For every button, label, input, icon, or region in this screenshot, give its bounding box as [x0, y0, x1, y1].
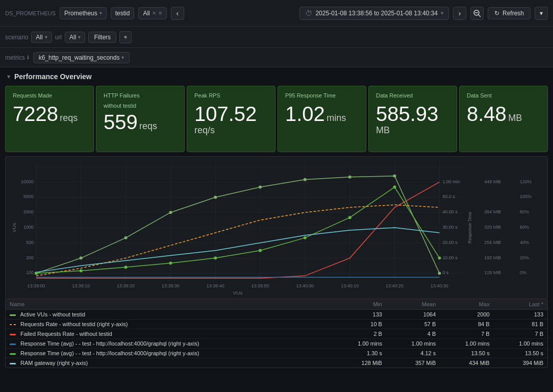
stat-unit: MB	[376, 125, 390, 135]
svg-text:500: 500	[26, 240, 34, 245]
svg-text:VUs: VUs	[233, 290, 243, 296]
svg-point-64	[169, 211, 172, 214]
series-color-indicator	[10, 314, 16, 316]
stat-card: Data Received585.93 MB	[368, 86, 457, 152]
metrics-info-icon: ℹ	[27, 55, 29, 60]
svg-point-63	[124, 236, 128, 239]
stat-label: HTTP Failures	[104, 92, 177, 99]
svg-text:200: 200	[26, 255, 34, 260]
series-color-indicator	[10, 344, 16, 345]
svg-text:100%: 100%	[520, 194, 532, 199]
stat-card: Data Sent8.48 MB	[459, 86, 548, 152]
time-range-picker[interactable]: ⏱ 2025-01-08 13:38:56 to 2025-01-08 13:4…	[299, 7, 449, 20]
stat-unit: reqs	[60, 113, 78, 123]
legend-mean: 357 MiB	[386, 358, 440, 368]
zoom-out-button[interactable]	[470, 7, 484, 20]
svg-text:13:39:30: 13:39:30	[162, 283, 180, 288]
url-value: All	[69, 34, 76, 41]
metrics-select[interactable]: k6_http_req_waiting_seconds ▾	[33, 52, 130, 63]
legend-mean: 4 B	[386, 329, 440, 339]
svg-text:1000: 1000	[23, 225, 34, 230]
legend-min: 128 MiB	[333, 358, 386, 368]
svg-text:5000: 5000	[23, 194, 34, 199]
legend-mean: 1064	[386, 310, 440, 320]
stat-value-row: 559 reqs	[104, 111, 177, 133]
datasource-chevron-icon: ▾	[99, 10, 102, 16]
svg-text:0 s: 0 s	[442, 270, 448, 275]
stat-value: 7228	[13, 103, 58, 125]
refresh-dropdown-button[interactable]: ▾	[535, 7, 548, 20]
svg-text:2000: 2000	[23, 209, 34, 214]
stat-value-row: 107.52 req/s	[194, 103, 268, 136]
filters-button[interactable]: Filters	[88, 32, 116, 43]
legend-row: Requests Rate - without testid (right y-…	[6, 320, 547, 329]
url-select[interactable]: All ▾	[65, 32, 85, 43]
legend-min: 10 B	[333, 320, 386, 329]
svg-text:192 MiB: 192 MiB	[484, 255, 501, 260]
stat-label: Requests Made	[13, 92, 86, 99]
stat-value-row: 1.02 mins	[285, 103, 359, 125]
legend-row: Active VUs - without testid 133 1064 200…	[6, 310, 547, 320]
legend-min: 1.00 mins	[333, 339, 386, 349]
ds-label: DS_PROMETHEUS	[5, 10, 56, 16]
svg-text:100: 100	[26, 270, 34, 275]
scenario-select[interactable]: All ▾	[31, 32, 52, 43]
legend-max: 7 B	[440, 329, 493, 339]
svg-text:80%: 80%	[520, 209, 529, 214]
stat-unit: req/s	[194, 125, 215, 135]
legend-max: 1.00 mins	[440, 339, 493, 349]
svg-text:13:40:10: 13:40:10	[341, 283, 359, 288]
datasource-select[interactable]: Prometheus ▾	[60, 7, 107, 19]
section-title: Performance Overview	[14, 72, 92, 81]
stat-unit: reqs	[139, 121, 157, 131]
legend-mean: 1.00 mins	[386, 339, 440, 349]
legend-row: RAM gateway (right y-axis) 128 MiB 357 M…	[6, 358, 547, 368]
svg-text:60%: 60%	[520, 225, 529, 230]
stat-label: Data Received	[376, 92, 449, 99]
section-header[interactable]: ▾ Performance Overview	[0, 67, 553, 86]
legend-table: NameMinMeanMaxLast * Active VUs - withou…	[5, 299, 548, 368]
svg-point-75	[214, 257, 217, 260]
stat-value: 559	[104, 111, 138, 133]
stat-card: P95 Response Time1.02 mins	[278, 86, 366, 152]
chart-inner: 13:39:00 13:39:10 13:39:20 13:39:30 13:3…	[6, 157, 547, 299]
refresh-icon: ↻	[494, 10, 499, 17]
stat-card: Requests Made7228 reqs	[5, 86, 94, 152]
chart-container: 13:39:00 13:39:10 13:39:20 13:39:30 13:3…	[5, 156, 548, 299]
svg-text:320 MiB: 320 MiB	[484, 225, 501, 230]
stat-value: 585.93	[376, 103, 438, 125]
svg-text:448 MiB: 448 MiB	[484, 179, 501, 184]
svg-point-68	[348, 176, 351, 179]
svg-point-70	[438, 272, 441, 275]
series-color-indicator	[10, 353, 16, 355]
stat-card: HTTP Failureswithout testid559 reqs	[96, 86, 185, 152]
url-label: url	[55, 34, 62, 41]
legend-header: Name	[6, 299, 333, 310]
all-x-icon[interactable]: ✕	[158, 10, 162, 16]
section-chevron-icon: ▾	[7, 73, 10, 80]
legend-row: Failed Requests Rate - without testid 2 …	[6, 329, 547, 339]
svg-text:VUs: VUs	[11, 223, 17, 233]
chart-svg: 13:39:00 13:39:10 13:39:20 13:39:30 13:3…	[6, 157, 547, 299]
svg-point-80	[438, 257, 441, 260]
time-forward-button[interactable]: ›	[453, 7, 466, 20]
zoom-icon	[473, 9, 481, 17]
url-chevron-icon: ▾	[78, 34, 81, 40]
legend-max: 13.50 s	[440, 349, 493, 358]
svg-line-1	[479, 15, 481, 17]
svg-text:Response Time: Response Time	[467, 212, 472, 243]
stat-value-row: 585.93 MB	[376, 103, 449, 136]
legend-name: RAM gateway (right y-axis)	[6, 358, 333, 368]
svg-text:13:40:00: 13:40:00	[296, 283, 314, 288]
stat-sub: without testid	[104, 103, 177, 109]
legend-row: Response Time (avg) - - test - http://lo…	[6, 349, 547, 358]
refresh-button[interactable]: ↻ Refresh	[488, 7, 531, 19]
time-range-text: 2025-01-08 13:38:56 to 2025-01-08 13:40:…	[315, 10, 438, 17]
svg-text:1.00 min: 1.00 min	[442, 179, 460, 184]
time-back-button[interactable]: ‹	[171, 7, 184, 20]
add-filter-button[interactable]: +	[119, 31, 132, 43]
all-close-icon[interactable]: ✕	[152, 10, 156, 16]
legend-header: Max	[440, 299, 493, 310]
stat-value-row: 8.48 MB	[467, 103, 540, 125]
svg-text:13:39:10: 13:39:10	[72, 283, 90, 288]
